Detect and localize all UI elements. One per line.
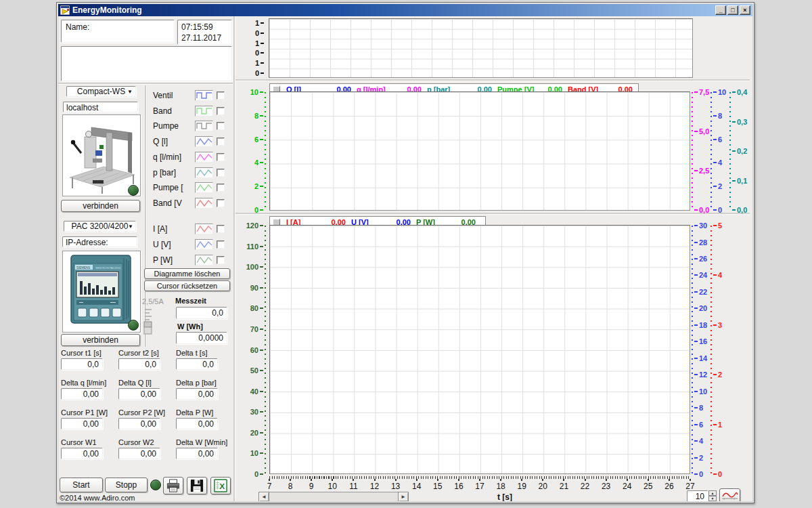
signal-checkbox[interactable]: [217, 169, 225, 177]
axis-tick-label: 24: [694, 270, 710, 280]
print-button[interactable]: [163, 477, 183, 494]
scroll-right-button[interactable]: ►: [398, 492, 409, 501]
range-switch-slider[interactable]: [143, 307, 154, 335]
signal-label: q [l/min]: [153, 152, 195, 162]
x-axis-tick-label: 15: [430, 479, 446, 491]
signal-checkbox[interactable]: [217, 153, 225, 161]
stopp-button[interactable]: Stopp: [105, 478, 148, 492]
cursor-field-label: Cursor t1 [s]: [61, 349, 102, 357]
flow-right-axis-pressure: 0,40,30,20,10,0: [732, 92, 751, 210]
power-chart-plot[interactable]: [269, 225, 690, 474]
axis-tick-label: 0,3: [732, 117, 751, 127]
signal-checkbox[interactable]: [217, 240, 225, 249]
floppy-disk-icon: [190, 479, 204, 492]
x-axis: 789101112131415161718192021222324252627: [269, 479, 690, 491]
station-power-connect-button[interactable]: verbinden: [61, 334, 140, 346]
cursor-field-label: Delta p [bar]: [176, 379, 217, 387]
x-range-spinner-value[interactable]: 10: [687, 490, 708, 501]
signal-checkbox[interactable]: [217, 107, 225, 115]
clock-date: 27.11.2017: [181, 33, 228, 43]
excel-export-button[interactable]: X: [210, 477, 231, 494]
maximize-button[interactable]: □: [727, 5, 738, 15]
clock-time: 07:15:59: [181, 22, 228, 33]
axis-tick-label: 0,1: [732, 176, 751, 186]
signal-checkbox[interactable]: [217, 137, 225, 146]
axis-tick-label: 40: [240, 387, 263, 396]
scroll-left-button[interactable]: ◄: [258, 492, 269, 501]
comment-input[interactable]: [61, 46, 232, 81]
signal-checkbox[interactable]: [217, 256, 225, 264]
station-flow-address-input[interactable]: localhost: [63, 102, 138, 112]
axis-tick-label: 30: [694, 221, 710, 230]
reset-cursors-button[interactable]: Cursor rücksetzen: [144, 280, 230, 291]
svg-text:SIEMENS: SIEMENS: [76, 266, 90, 270]
axis-tick-label: 0: [713, 205, 728, 215]
station-power-address-input[interactable]: IP-Adresse:: [62, 236, 137, 247]
save-button[interactable]: [187, 477, 207, 494]
axis-tick-label: 110: [240, 242, 263, 251]
close-button[interactable]: ×: [740, 5, 750, 15]
axis-tick-label: 60: [240, 345, 263, 355]
spin-up-button[interactable]: ▲: [708, 490, 717, 496]
axis-tick-label: 8: [694, 403, 710, 412]
x-axis-tick-label: 20: [535, 479, 551, 491]
cursor-field-label: Delta Q [l]: [118, 379, 152, 387]
signal-checkbox[interactable]: [217, 225, 225, 233]
cursor-field-label: Cursor t2 [s]: [118, 349, 159, 357]
minor-ticks: [692, 92, 693, 210]
flow-left-axis: 1086420: [241, 92, 263, 210]
window-title: EnergyMonitoring: [72, 5, 142, 15]
flow-signal-list: VentilBandPumpeQ [l]q [l/min]p [bar]Pump…: [153, 89, 233, 224]
signal-checkbox[interactable]: [217, 91, 225, 100]
waveform-icon: [195, 255, 213, 266]
app-window: EnergyMonitoring _ □ × Name: 07:15:59 27…: [56, 2, 754, 503]
chart-separator-middle: [235, 213, 750, 214]
station-flow-connect-button[interactable]: verbinden: [61, 200, 140, 212]
signal-checkbox[interactable]: [217, 184, 225, 192]
x-axis-tick-label: 23: [598, 479, 614, 491]
graph-palette-button[interactable]: [719, 488, 740, 501]
dropdown-arrow-icon: ▼: [127, 89, 133, 95]
waveform-icon: [195, 198, 213, 209]
signal-checkbox[interactable]: [217, 199, 225, 207]
svg-text:X: X: [219, 482, 225, 491]
station-flow-selector[interactable]: Compact-WS ▼: [66, 86, 136, 97]
minimize-button[interactable]: _: [715, 5, 726, 15]
cursor-field-value: 0,00: [176, 418, 218, 429]
axis-tick-label: 4: [713, 158, 728, 167]
start-button[interactable]: Start: [60, 478, 103, 492]
axis-tick-label: 120: [240, 221, 263, 230]
axis-tick-label: 4: [713, 270, 725, 280]
x-scrollbar-track[interactable]: [269, 492, 399, 501]
axis-tick-label: 12: [694, 370, 710, 379]
name-input[interactable]: Name:: [61, 20, 175, 43]
axis-tick-label: 18: [694, 320, 710, 330]
axis-tick-label: 2: [241, 182, 263, 191]
printer-icon: [166, 479, 181, 492]
axis-tick-label: 20: [240, 428, 263, 438]
minor-ticks: [710, 92, 712, 210]
x-axis-tick-label: 16: [451, 479, 467, 491]
pac-device-picture: SIEMENS SENTRON PAC3200: [63, 251, 140, 332]
station-flow-image: [62, 114, 141, 196]
signal-row: p [bar]: [153, 166, 225, 179]
flow-chart-plot[interactable]: [269, 91, 690, 211]
spin-down-button[interactable]: ▼: [708, 496, 717, 501]
signal-label: Pumpe [: [153, 183, 195, 192]
station-power-image: SIEMENS SENTRON PAC3200: [62, 251, 141, 333]
axis-tick-label: 8: [241, 111, 263, 121]
waveform-icon: [195, 121, 213, 131]
axis-tick-label: 10: [241, 87, 263, 97]
signal-checkbox[interactable]: [217, 122, 225, 130]
waveform-icon: [195, 239, 213, 250]
digital-chart-plot[interactable]: [269, 18, 693, 78]
axis-tick-label: 0,2: [732, 146, 751, 156]
front-panel: Name: 07:15:59 27.11.2017 Compact-WS ▼ l…: [58, 16, 752, 501]
signal-label: Pumpe: [153, 121, 195, 131]
station-power-selector[interactable]: PAC 3200/4200 ▼: [64, 221, 136, 232]
svg-text:SENTRON PAC3200: SENTRON PAC3200: [95, 266, 121, 270]
axis-tick-label: 3: [713, 320, 725, 330]
signal-row: Q [l]: [153, 135, 225, 148]
waveform-icon: [195, 106, 213, 117]
clear-charts-button[interactable]: Diagramme löschen: [144, 268, 230, 279]
